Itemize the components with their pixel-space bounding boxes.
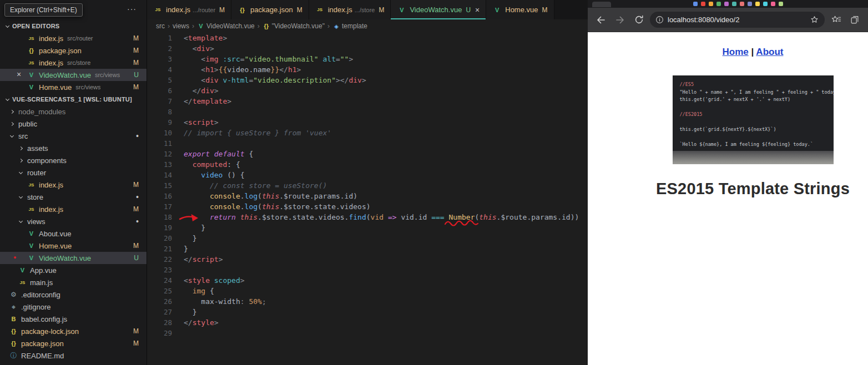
tree-file-package-json[interactable]: {}package.jsonM (0, 337, 147, 349)
close-icon[interactable]: × (17, 70, 21, 79)
code-line[interactable]: 11 (147, 138, 588, 149)
workspace-header[interactable]: VUE-SCREENCASTS_1 [WSL: UBUNTU] (0, 93, 147, 105)
forward-arrow-icon (614, 14, 625, 26)
close-icon[interactable]: × (475, 6, 480, 14)
pinned-tab-favicon[interactable] (779, 2, 783, 6)
file-name: Home.vue (39, 242, 72, 250)
open-editor-item-index-js[interactable]: JSindex.jssrc/storeM (0, 57, 147, 69)
code-editor[interactable]: 1<template>2 <div>3 <img :src="video.thu… (147, 33, 588, 365)
code-line[interactable]: 28</style> (147, 317, 588, 328)
more-actions-icon[interactable]: ··· (127, 4, 137, 13)
code-line[interactable]: 26 max-width: 50%; (147, 296, 588, 307)
code-line[interactable]: 25 img { (147, 286, 588, 296)
code-line[interactable]: 22</script> (147, 254, 588, 265)
tree-folder-router[interactable]: router (0, 166, 147, 179)
about-link[interactable]: About (756, 47, 783, 57)
back-button[interactable] (593, 12, 609, 28)
tree-file-home-vue[interactable]: VHome.vueM (0, 240, 147, 252)
code-line[interactable]: 17 console.log(this.$store.state.videos) (147, 201, 588, 212)
open-editor-item-index-js[interactable]: JSindex.jssrc/routerM (0, 32, 147, 44)
pinned-tab-favicon[interactable] (763, 2, 768, 6)
tree-folder-components[interactable]: components (0, 154, 147, 166)
pinned-tab-favicon[interactable] (709, 2, 713, 6)
code-line[interactable]: 1<template> (147, 33, 588, 43)
tree-file-editorconfig[interactable]: ⚙.editorconfig (0, 288, 147, 301)
tree-file-index-js[interactable]: JSindex.jsM (0, 203, 147, 215)
home-link[interactable]: Home (723, 47, 749, 57)
code-line[interactable]: 9<script> (147, 117, 588, 128)
tree-file-main-js[interactable]: JSmain.js (0, 276, 147, 288)
line-number: 23 (147, 265, 172, 275)
code-line[interactable]: 21} (147, 244, 588, 254)
editor-tab-videowatch-vue[interactable]: VVideoWatch.vueU× (391, 0, 486, 19)
editor-tab-home-vue[interactable]: VHome.vueM (486, 0, 554, 19)
code-line[interactable]: 14 video () { (147, 170, 588, 180)
tree-file-package-lock-json[interactable]: {}package-lock.jsonM (0, 325, 147, 337)
code-line[interactable]: 13 computed: { (147, 159, 588, 170)
tree-folder-views[interactable]: views• (0, 215, 147, 227)
site-info-icon[interactable] (655, 16, 664, 24)
code-line[interactable]: 16 console.log(this.$route.params.id) (147, 191, 588, 201)
tree-file-videowatch-vue[interactable]: ●VVideoWatch.vueU (0, 252, 147, 264)
open-editor-item-videowatch-vue[interactable]: ×VVideoWatch.vuesrc/viewsU (0, 69, 147, 81)
forward-button[interactable] (612, 12, 628, 28)
open-editors-list: JSindex.jssrc/routerM{}package.jsonMJSin… (0, 32, 147, 93)
code-line[interactable]: 20 } (147, 233, 588, 244)
tree-file-readme-md[interactable]: ⓘREADME.md (0, 349, 147, 362)
pinned-tab-favicon[interactable] (724, 2, 729, 6)
code-line[interactable]: 10// import { useStore } from 'vuex' (147, 128, 588, 138)
pinned-tab-favicon[interactable] (693, 2, 698, 6)
code-line[interactable]: 2 <div> (147, 43, 588, 54)
browser-essentials-button[interactable] (847, 12, 862, 28)
pinned-tab-favicon[interactable] (771, 2, 775, 6)
address-bar[interactable]: localhost:8080/video/2 (650, 12, 825, 28)
code-line[interactable]: 29 (147, 328, 588, 338)
tree-folder-store[interactable]: store• (0, 191, 147, 203)
breadcrumb-item-videowatch-vue[interactable]: {}"VideoWatch.vue" (263, 22, 325, 31)
tree-folder-assets[interactable]: assets (0, 142, 147, 154)
code-line[interactable]: 24<style scoped> (147, 275, 588, 286)
tree-file-babel-config-js[interactable]: Bbabel.config.js (0, 313, 147, 325)
code-line[interactable]: 27 } (147, 307, 588, 317)
browser-tab[interactable] (592, 2, 611, 7)
tree-file-index-js[interactable]: JSindex.jsM (0, 179, 147, 191)
code-line[interactable]: 19 } (147, 222, 588, 233)
add-favorite-icon[interactable] (810, 15, 819, 24)
tree-folder-src[interactable]: src• (0, 130, 147, 142)
code-line[interactable]: 5 <div v-html="video.description"></div> (147, 75, 588, 85)
tree-file-gitignore[interactable]: ◆.gitignore (0, 301, 147, 313)
editor-tab-package-json[interactable]: {}package.jsonM (231, 0, 309, 19)
breadcrumb-item-videowatch-vue[interactable]: VVideoWatch.vue (197, 22, 255, 31)
breadcrumb-item-template[interactable]: ◈template (332, 22, 367, 31)
pinned-tab-favicon[interactable] (748, 2, 752, 6)
tree-file-about-vue[interactable]: VAbout.vue (0, 227, 147, 240)
tree-file-app-vue[interactable]: VApp.vue (0, 264, 147, 276)
pinned-tab-favicon[interactable] (755, 2, 760, 6)
editor-tab-index-js[interactable]: JSindex.js.../storeM (309, 0, 391, 19)
pinned-tab-favicon[interactable] (740, 2, 744, 6)
breadcrumb-item-views[interactable]: views (173, 22, 189, 30)
code-line[interactable]: 23 (147, 265, 588, 275)
tree-folder-public[interactable]: public (0, 118, 147, 130)
code-line[interactable]: 8 (147, 107, 588, 117)
reload-button[interactable] (631, 12, 647, 28)
code-line[interactable]: 15 // const store = useStore() (147, 180, 588, 191)
open-editors-header[interactable]: OPEN EDITORS (0, 20, 147, 32)
favorites-button[interactable] (828, 12, 844, 28)
line-number: 19 (147, 222, 172, 233)
pinned-tab-favicon[interactable] (716, 2, 721, 6)
code-line[interactable]: 4 <h1>{{video.name}}</h1> (147, 64, 588, 75)
pinned-tab-favicon[interactable] (732, 2, 736, 6)
tree-folder-node-modules[interactable]: node_modules (0, 105, 147, 118)
code-line[interactable]: 7</template> (147, 96, 588, 107)
code-line[interactable]: 12export default { (147, 149, 588, 159)
open-editor-item-home-vue[interactable]: VHome.vuesrc/viewsM (0, 81, 147, 93)
line-text: return this.$store.state.videos.find(vid… (184, 212, 579, 222)
breadcrumb-item-src[interactable]: src (156, 22, 165, 30)
code-line[interactable]: 18 return this.$store.state.videos.find(… (147, 212, 588, 222)
code-line[interactable]: 6 </div> (147, 85, 588, 96)
editor-tab-index-js[interactable]: JSindex.js.../routerM (147, 0, 231, 19)
open-editor-item-package-json[interactable]: {}package.jsonM (0, 44, 147, 57)
code-line[interactable]: 3 <img :src="video.thumbnail" alt=""> (147, 54, 588, 64)
pinned-tab-favicon[interactable] (701, 2, 705, 6)
